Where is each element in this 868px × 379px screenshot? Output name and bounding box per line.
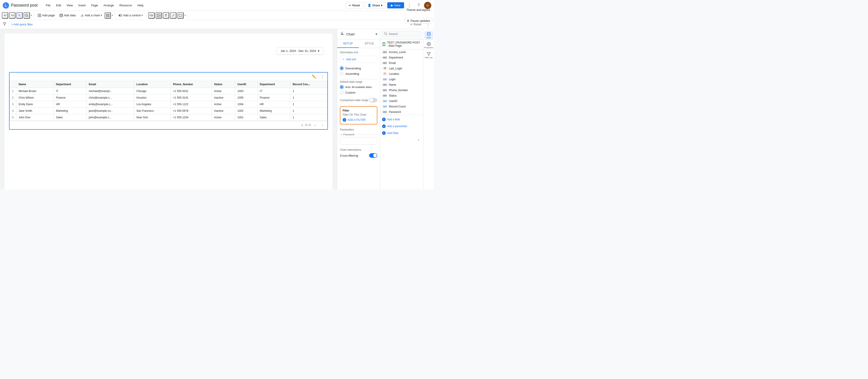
add-quick-filter-button[interactable]: + Add quick filter (8, 22, 36, 27)
date-filter-button[interactable]: Jan 1, 2024 - Dec 31, 2024 ▾ (277, 47, 323, 55)
menu-insert[interactable]: Insert (75, 3, 88, 8)
table-row: 4.Jane SmithMarketingjane@example.co...S… (10, 108, 328, 114)
table-cell: Active (212, 101, 235, 108)
reset-button[interactable]: ↩ Reset (346, 2, 363, 9)
menu-page[interactable]: Page (88, 3, 101, 8)
descending-option[interactable]: Descending (340, 66, 377, 70)
add-parameter-button[interactable]: ＋ Add a parameter (382, 124, 421, 129)
menu-arrange[interactable]: Arrange (101, 3, 117, 8)
view-button[interactable]: ▶ View (387, 2, 404, 8)
menu-help[interactable]: Help (135, 3, 146, 8)
tab-style[interactable]: STYLE (359, 39, 380, 48)
col-header-userid[interactable]: UserID (235, 81, 257, 88)
edit-table-button[interactable]: ✏️ (311, 73, 317, 80)
data-field-item[interactable]: ABCDepartment (380, 55, 423, 60)
data-tab-button[interactable]: Data (424, 31, 433, 40)
chart-panel-chevron-icon[interactable]: ▾ (375, 32, 377, 36)
select-button[interactable]: ↖ (16, 12, 23, 19)
data-field-item[interactable]: 📅Last_Login (380, 66, 423, 71)
menu-view[interactable]: View (64, 3, 75, 8)
col-header-name[interactable]: Name (16, 81, 54, 88)
parameters-section: Parameters — Password (340, 128, 377, 145)
password-param-input[interactable] (342, 139, 375, 143)
shape-button[interactable] (177, 12, 184, 19)
param-dash-icon: — (340, 133, 342, 136)
data-search-input[interactable] (389, 32, 419, 36)
data-field-item[interactable]: 123UserID (380, 98, 423, 104)
zoom-button[interactable] (24, 12, 30, 19)
data-field-item[interactable]: ABCAccess_Level (380, 50, 423, 55)
menu-resource[interactable]: Resource (117, 3, 135, 8)
next-page-button[interactable]: › (320, 122, 325, 128)
field-type-icon: ABC (382, 89, 387, 92)
table-cell: jane@example.co... (86, 108, 134, 114)
ascending-radio[interactable] (340, 72, 343, 75)
auto-dates-radio[interactable] (340, 85, 343, 89)
add-data-button[interactable]: Add data (58, 13, 78, 18)
menu-file[interactable]: File (43, 3, 53, 8)
auto-dates-option[interactable]: Auto: All available dates (340, 85, 377, 89)
col-header-location[interactable]: Location (134, 81, 170, 88)
comparison-toggle[interactable] (369, 98, 377, 102)
col-header-recordcount[interactable]: Record Cou... (290, 81, 328, 88)
filter-reset-button[interactable]: ↩ Reset (408, 22, 423, 27)
menu-edit[interactable]: Edit (53, 3, 64, 8)
data-field-item[interactable]: 123Record Count (380, 104, 423, 109)
add-chart-button[interactable]: Add a chart ▾ (79, 13, 104, 18)
data-field-item[interactable]: ABCEmail (380, 60, 423, 66)
field-type-icon: ABC (382, 56, 387, 59)
custom-dates-radio[interactable] (340, 91, 343, 94)
add-sort-button[interactable]: ＋ Add sort (340, 56, 377, 63)
add-filter-chart-button[interactable]: ＋ ADD A FILTER (343, 118, 366, 122)
data-source-item[interactable]: TEST | PASSWORD POST - Main Page (380, 39, 423, 50)
data-field-item[interactable]: ABCStatus (380, 93, 423, 98)
reset-label: Reset (352, 4, 360, 7)
table-cell: Sales (54, 114, 86, 121)
menu-bar: File Edit View Insert Page Arrange Resou… (43, 3, 146, 8)
col-header-department[interactable]: Department (54, 81, 86, 88)
field-name-label: Location (389, 72, 399, 75)
col-header-email[interactable]: Email (86, 81, 134, 88)
properties-tab-button[interactable]: Properties (424, 41, 433, 50)
expand-panel-button[interactable]: › (416, 137, 421, 143)
data-field-item[interactable]: ABCPhone_Number (380, 88, 423, 93)
col-header-phone[interactable]: Phone_Number (170, 81, 212, 88)
filter-section-title: Filter (343, 109, 375, 112)
table-more-button[interactable]: ⋮ (319, 73, 326, 80)
redo-button[interactable]: ↪ (9, 12, 16, 19)
data-field-item[interactable]: ABCName (380, 82, 423, 88)
table-toolbar: ✏️ ⋮ (9, 72, 328, 81)
image-button[interactable] (156, 12, 162, 19)
theme-layout-button[interactable]: Theme and layout (405, 7, 432, 12)
data-field-item[interactable]: 123Login (380, 76, 423, 82)
field-type-icon: 123 (382, 105, 387, 108)
data-source-name: TEST | PASSWORD POST - Main Page (387, 41, 421, 48)
text-button[interactable]: T (163, 12, 169, 19)
custom-dates-option[interactable]: Custom (340, 91, 377, 94)
data-field-item[interactable]: 📍Location (380, 71, 423, 76)
add-page-button[interactable]: Add page (36, 13, 57, 18)
canvas-area: Jan 1, 2024 - Dec 31, 2024 ▾ ✏️ ⋮ Name D… (0, 29, 337, 189)
col-header-department2[interactable]: Department (257, 81, 290, 88)
line-button[interactable] (170, 12, 177, 19)
side-icons-panel: Data Properties Filter bar (423, 29, 434, 189)
table-cell: 1. (10, 88, 16, 95)
filter-bar-tab-button[interactable]: Filter bar (424, 51, 433, 60)
data-field-item[interactable]: ABCPassword (380, 109, 423, 115)
col-header-status[interactable]: Status (212, 81, 235, 88)
table-cell: +1 555-3141 (170, 95, 212, 101)
descending-radio[interactable] (340, 66, 343, 70)
undo-button[interactable]: ↩ (2, 12, 8, 19)
add-control-button[interactable]: Add a control ▾ (117, 13, 145, 18)
code-button[interactable]: </> (148, 12, 155, 19)
add-field-button[interactable]: ＋ Add a field (382, 117, 421, 122)
prev-page-button[interactable]: ‹ (312, 122, 318, 128)
ascending-option[interactable]: Ascending (340, 72, 377, 75)
add-parameter-icon: ＋ (382, 124, 386, 128)
cross-filtering-toggle[interactable] (369, 153, 377, 158)
arrange-button[interactable] (104, 12, 111, 19)
share-button[interactable]: 👤 Share ▾ (365, 2, 385, 9)
add-data-button[interactable]: ＋ Add Data (382, 130, 421, 136)
tab-setup[interactable]: SETUP (337, 39, 359, 48)
filter-more-button[interactable]: ⋮ (425, 21, 431, 28)
